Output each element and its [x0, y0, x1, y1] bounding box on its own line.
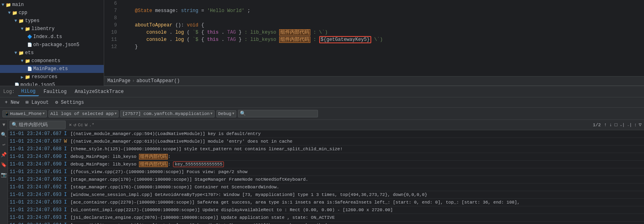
log-search-header: 🔍 组件内部代码 ✕ ↺ Cc W .* 1/2 ↑ ↓ □ ₊| ₋|: [8, 120, 644, 130]
level-selector[interactable]: Debug ▼: [216, 110, 236, 117]
log-entry: 11-01 23:24:07.687 I [(native_module_man…: [8, 130, 644, 138]
log-level-indicator: I: [64, 191, 69, 198]
wrap-icon[interactable]: ↩: [2, 141, 6, 149]
case-icon[interactable]: Cc: [78, 123, 83, 127]
tree-item-resources[interactable]: ▶ 📁 resources: [0, 73, 104, 81]
gateway-key-highlight: ${getGatewayKey5}: [319, 36, 371, 43]
chevron-down-icon: ▼: [115, 112, 117, 116]
breadcrumb-method: aboutToAppear(): [137, 78, 180, 84]
settings-button[interactable]: ⚙ Settings: [54, 99, 86, 106]
chevron-down-icon: ▼: [14, 18, 17, 23]
prev-match-button[interactable]: ↑: [603, 121, 608, 129]
log-timestamp: 11-01 23:24:07.692: [10, 184, 62, 191]
log-level-indicator: I: [64, 145, 69, 153]
log-message: debug_MainPage: lib_keyso 组件内部代码: key_55…: [70, 161, 224, 168]
refresh-icon[interactable]: ↺: [73, 122, 76, 128]
log-toolbar: + New ⊞ Layout ⚙ Settings: [0, 97, 644, 108]
chinese-text-2: 组件内部代码: [279, 36, 310, 43]
left-sidebar-icons: ▼ 🔍 ↩ 📌 🔖 📷: [0, 120, 8, 224]
tree-label-types: types: [25, 18, 40, 24]
keyword-state: @State: [135, 8, 152, 14]
app-filter-selector[interactable]: All logs of selected app ▼: [48, 110, 119, 117]
add-filter-icon[interactable]: ₊|: [619, 122, 626, 128]
tab-hilog[interactable]: HiLog: [18, 87, 39, 96]
sort-down-icon[interactable]: ▼: [2, 121, 6, 129]
breadcrumb: MainPage › aboutToAppear(): [104, 76, 644, 86]
tree-item-cpp[interactable]: ▼ 📁 cpp: [0, 9, 104, 17]
tree-label-libentry: libentry: [32, 26, 55, 32]
code-line-11: console . log ( `$ { this . TAG } : lib_…: [123, 36, 644, 43]
log-search-box[interactable]: 🔍: [238, 110, 318, 117]
device-selector[interactable]: 📱 Huawei_Phone ▼: [2, 110, 47, 117]
code-line-6: [123, 0, 644, 7]
log-filter-bar: 📱 Huawei_Phone ▼ All logs of selected ap…: [0, 108, 644, 120]
tree-label-index-dts: Index.d.ts: [33, 34, 62, 40]
tab-analyzestacktrace[interactable]: AnalyzeStackTrace: [71, 88, 127, 96]
line-numbers: 6 7 8 9 10 11 12: [104, 0, 120, 76]
log-timestamp: 11-01 23:24:07.690: [10, 161, 62, 168]
bookmark-icon[interactable]: 🔖: [0, 161, 8, 169]
chevron-down-icon: ▼: [210, 112, 212, 116]
line-num-7: 7: [104, 7, 117, 14]
file-icon: 📄: [27, 67, 32, 71]
chinese-text-1: 组件内部代码: [279, 29, 310, 36]
word-icon[interactable]: W: [85, 123, 88, 127]
folder-icon: 📁: [18, 18, 24, 24]
log-timestamp: 11-01 23:24:07.693: [10, 206, 62, 214]
log-message: [accessibility_system_ability_client_imp…: [70, 222, 330, 224]
tree-item-module-json5[interactable]: 📄 module.json5: [0, 81, 104, 86]
log-entries-container[interactable]: 11-01 23:24:07.687 I [(native_module_man…: [8, 130, 644, 224]
remove-filter-icon[interactable]: ₋|: [626, 122, 633, 128]
line-num-8: 8: [104, 14, 117, 22]
tab-faultlog[interactable]: FaultLog: [40, 88, 70, 96]
code-line-9: aboutToAppear (): void {: [123, 22, 644, 29]
log-label: Log:: [3, 89, 15, 95]
code-content[interactable]: @State message: string = 'Hello World' ;…: [120, 0, 644, 76]
camera-icon[interactable]: 📷: [0, 171, 8, 179]
log-timestamp: 11-01 23:24:07.687: [10, 138, 62, 145]
log-entry: 11-01 23:24:07.693 I [ui_content_impl.cp…: [8, 206, 644, 214]
log-message: [stage_manager.cpp(170)-(100000:100000:s…: [70, 176, 308, 183]
log-entry: 11-01 23:24:07.690 I debug_MainPage: lib…: [8, 161, 644, 168]
tree-item-types[interactable]: ▼ 📁 types: [0, 17, 104, 25]
log-message: [(focus_view.cpp(27)-(100000:100000:scop…: [70, 168, 248, 176]
tree-item-mainpage-ets[interactable]: 📄 MainPage.ets: [0, 65, 104, 73]
level-label: Debug: [218, 111, 231, 116]
new-button[interactable]: + New: [3, 99, 21, 106]
next-match-button[interactable]: ↓: [608, 121, 613, 129]
tree-item-libentry[interactable]: ▼ 📁 libentry: [0, 25, 104, 33]
pid-app-selector[interactable]: [27577] com.yanftch.myapplication ▼: [120, 110, 214, 117]
code-line-12: }: [123, 43, 644, 50]
chevron-right-icon: ▶: [21, 75, 24, 80]
file-icon: 🔷: [27, 34, 32, 39]
layout-button[interactable]: ⊞ Layout: [24, 99, 50, 106]
chinese-highlight: 组件内部代码: [139, 154, 168, 159]
filter-icon2[interactable]: ⫶: [634, 122, 637, 128]
log-entry: 11-01 23:24:07.692 I [stage_manager.cpp(…: [8, 184, 644, 191]
top-area: ▼ 📁 main ▼ 📁 cpp ▼ 📁 types ▼ 📁 libentry: [0, 0, 644, 86]
clear-icon[interactable]: ✕: [69, 122, 72, 128]
regex-icon[interactable]: .*: [89, 123, 94, 127]
log-level-indicator: I: [64, 199, 69, 206]
folder-icon: 📁: [12, 10, 18, 16]
folder-icon: 📁: [6, 2, 11, 8]
log-inline-search[interactable]: 🔍 组件内部代码: [10, 121, 66, 129]
pin-icon[interactable]: 📌: [0, 151, 8, 159]
log-entry: 11-01 23:24:07.687 W [(native_module_man…: [8, 138, 644, 145]
expand-icon[interactable]: □: [614, 121, 618, 129]
tree-item-main[interactable]: ▼ 📁 main: [0, 1, 104, 9]
log-level-indicator: I: [64, 161, 69, 168]
log-message: [theme_style.h(125)-(100000:100000:scope…: [70, 145, 343, 153]
search-left-icon[interactable]: 🔍: [0, 131, 8, 139]
tree-item-components[interactable]: ▼ 📁 components: [0, 57, 104, 65]
log-area: Log: HiLog FaultLog AnalyzeStackTrace + …: [0, 86, 644, 224]
tree-item-ets[interactable]: ▼ 📁 ets: [0, 49, 104, 57]
funnel-icon[interactable]: ▽: [638, 121, 642, 129]
tree-item-index-dts[interactable]: 🔷 Index.d.ts: [0, 33, 104, 41]
tree-item-oh-package[interactable]: 📄 oh-package.json5: [0, 41, 104, 49]
app-filter-label: All logs of selected app: [50, 111, 114, 116]
chinese-highlight: 组件内部代码: [139, 161, 168, 167]
log-entry: 11-01 23:24:07.691 I [(focus_view.cpp(27…: [8, 168, 644, 176]
line-num-10: 10: [104, 29, 117, 36]
code-line-10: console . log ( `$ { this . TAG } : lib_…: [123, 29, 644, 36]
